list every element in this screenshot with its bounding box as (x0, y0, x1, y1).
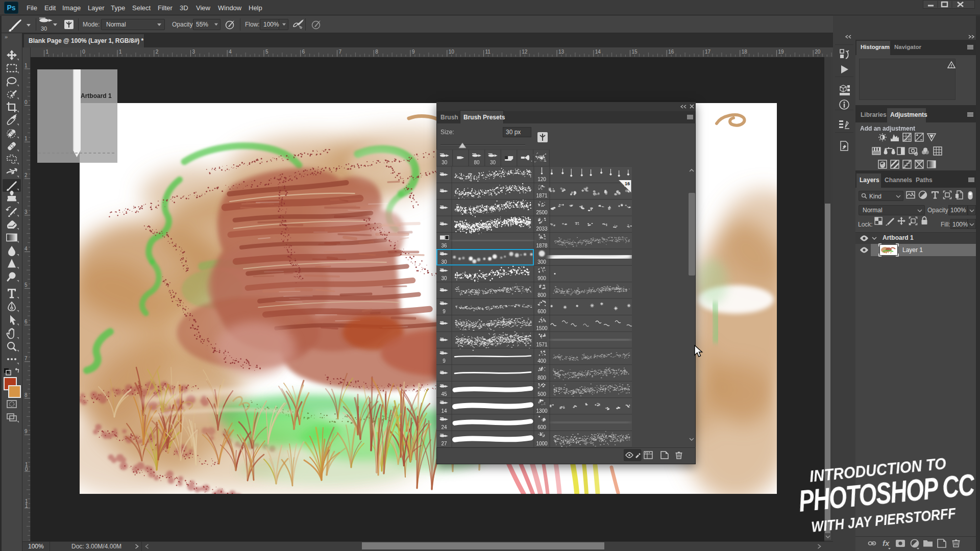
svg-text:1: 1 (119, 49, 122, 55)
svg-text:6: 6 (24, 319, 28, 324)
svg-text:300: 300 (537, 259, 546, 265)
svg-text:12: 12 (522, 49, 528, 55)
svg-text:30: 30 (490, 160, 496, 165)
svg-text:36: 36 (441, 243, 447, 248)
svg-text:4: 4 (229, 49, 232, 55)
svg-text:9: 9 (24, 429, 28, 434)
svg-text:600: 600 (537, 424, 546, 430)
svg-text:1: 1 (24, 136, 28, 141)
svg-text:400: 400 (537, 358, 546, 364)
svg-text:8: 8 (24, 392, 28, 398)
svg-text:19: 19 (778, 49, 785, 55)
svg-text:6: 6 (302, 49, 305, 55)
svg-text:0: 0 (25, 466, 28, 472)
svg-text:800: 800 (537, 375, 546, 381)
svg-text:9: 9 (412, 49, 415, 55)
svg-text:1000: 1000 (536, 441, 548, 446)
svg-text:2500: 2500 (536, 210, 548, 215)
svg-text:1571: 1571 (536, 342, 548, 347)
svg-text:16: 16 (668, 49, 674, 55)
svg-text:30: 30 (442, 160, 448, 165)
svg-text:10: 10 (449, 49, 455, 55)
svg-text:7: 7 (339, 49, 342, 55)
svg-text:15: 15 (632, 49, 638, 55)
svg-text:900: 900 (537, 276, 546, 281)
svg-text:20: 20 (815, 49, 821, 55)
svg-text:27: 27 (441, 441, 447, 446)
svg-text:5: 5 (265, 49, 268, 55)
svg-text:1300: 1300 (536, 408, 548, 414)
svg-text:3: 3 (192, 49, 195, 55)
svg-text:120: 120 (537, 177, 546, 182)
svg-text:80: 80 (474, 160, 480, 165)
svg-text:17: 17 (705, 49, 711, 55)
svg-text:11: 11 (485, 49, 491, 55)
svg-text:14: 14 (595, 49, 601, 55)
svg-text:18: 18 (742, 49, 748, 55)
svg-text:1878: 1878 (536, 243, 548, 248)
svg-text:13: 13 (558, 49, 565, 55)
svg-text:14: 14 (441, 408, 447, 414)
svg-text:7: 7 (24, 356, 28, 361)
svg-text:0: 0 (82, 49, 85, 55)
svg-text:2: 2 (24, 172, 28, 178)
svg-text:1: 1 (25, 503, 28, 509)
svg-text:9: 9 (443, 309, 446, 314)
svg-text:24: 24 (441, 424, 447, 430)
svg-text:3: 3 (24, 209, 28, 215)
svg-text:30: 30 (441, 276, 447, 281)
svg-text:500: 500 (537, 391, 546, 397)
svg-text:2: 2 (156, 49, 159, 55)
svg-text:800: 800 (537, 292, 546, 298)
svg-text:600: 600 (537, 309, 546, 314)
svg-text:5: 5 (24, 282, 28, 288)
svg-text:30: 30 (441, 259, 447, 265)
svg-text:2033: 2033 (536, 226, 548, 232)
svg-text:45: 45 (441, 391, 447, 397)
svg-text:1: 1 (46, 49, 49, 55)
svg-text:9: 9 (443, 358, 446, 364)
svg-text:8: 8 (375, 49, 378, 55)
svg-text:0: 0 (24, 99, 28, 105)
svg-text:1: 1 (24, 63, 28, 68)
svg-text:16: 16 (625, 181, 630, 186)
svg-text:1871: 1871 (536, 193, 548, 198)
svg-text:4: 4 (24, 246, 28, 252)
svg-text:1500: 1500 (536, 325, 548, 331)
